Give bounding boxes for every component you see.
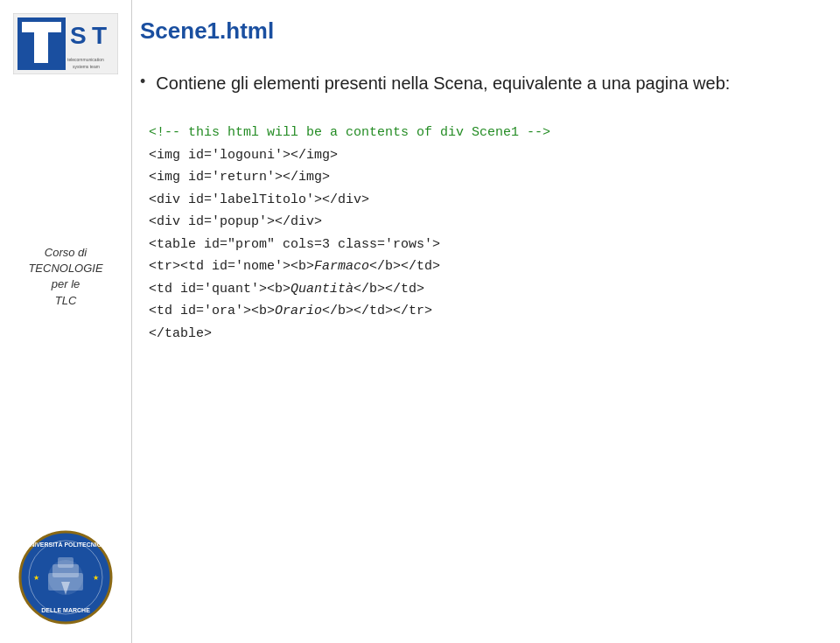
sidebar-course-info: Corso di TECNOLOGIE per le TLC xyxy=(9,245,122,309)
code-tag-3: <div id='labelTitolo'></div> xyxy=(149,192,369,207)
svg-rect-3 xyxy=(34,32,48,63)
svg-text:T: T xyxy=(92,22,107,49)
code-tag-1: <img id='logouni'></img> xyxy=(149,148,338,163)
svg-rect-13 xyxy=(58,557,74,568)
svg-text:UNIVERSITÀ POLITECNICA: UNIVERSITÀ POLITECNICA xyxy=(25,541,106,548)
svg-text:telecommunication: telecommunication xyxy=(67,57,104,62)
code-line-1: <img id='logouni'></img> xyxy=(149,144,822,167)
sidebar-corso-label: Corso di xyxy=(45,246,87,259)
bullet-item: • Contiene gli elementi presenti nella S… xyxy=(140,71,822,95)
code-tag-4: <div id='popup'></div> xyxy=(149,214,322,229)
code-tag-7: <td id='quant'><b>Quantità</b></td> xyxy=(149,282,424,297)
bullet-dot: • xyxy=(140,73,145,91)
sidebar-tlc-label: TLC xyxy=(55,294,77,307)
code-line-6: <tr><td id='nome'><b>Farmaco</b></td> xyxy=(149,255,822,278)
svg-text:S: S xyxy=(70,22,87,49)
sidebar-perle-label: per le xyxy=(52,277,80,290)
sidebar-tecnologie-label: TECNOLOGIE xyxy=(28,262,102,275)
code-line-7: <td id='quant'><b>Quantità</b></td> xyxy=(149,278,822,301)
code-tag-6: <tr><td id='nome'><b>Farmaco</b></td> xyxy=(149,259,440,274)
page-title: Scene1.html xyxy=(140,17,822,45)
code-line-3: <div id='labelTitolo'></div> xyxy=(149,189,822,212)
svg-text:★: ★ xyxy=(33,574,39,582)
code-tag-9: </table> xyxy=(149,326,212,341)
tst-logo-container: S T telecommunication systems team xyxy=(9,9,122,79)
sidebar-divider xyxy=(131,0,132,643)
university-logo-container: UNIVERSITÀ POLITECNICA DELLE MARCHE ★ ★ xyxy=(9,521,122,634)
code-tag-8: <td id='ora'><b>Orario</b></td></tr> xyxy=(149,304,432,318)
svg-text:DELLE MARCHE: DELLE MARCHE xyxy=(41,607,90,613)
code-line-5: <table id="prom" cols=3 class='rows'> xyxy=(149,234,822,256)
bullet-section: • Contiene gli elementi presenti nella S… xyxy=(140,71,822,95)
code-line-8: <td id='ora'><b>Orario</b></td></tr> xyxy=(149,300,822,323)
code-tag-2: <img id='return'></img> xyxy=(149,170,330,185)
svg-rect-2 xyxy=(22,22,61,32)
code-comment-text: <!-- this html will be a contents of div… xyxy=(149,125,550,140)
code-line-9: </table> xyxy=(149,323,822,346)
main-content: Scene1.html • Contiene gli elementi pres… xyxy=(140,17,822,626)
code-tag-5: <table id="prom" cols=3 class='rows'> xyxy=(149,237,440,252)
svg-text:systems team: systems team xyxy=(73,64,100,69)
code-block: <!-- this html will be a contents of div… xyxy=(149,122,822,345)
bullet-text: Contiene gli elementi presenti nella Sce… xyxy=(156,71,730,95)
code-line-4: <div id='popup'></div> xyxy=(149,211,822,234)
svg-text:★: ★ xyxy=(93,574,99,582)
code-line-2: <img id='return'></img> xyxy=(149,166,822,189)
code-line-comment: <!-- this html will be a contents of div… xyxy=(149,122,822,144)
